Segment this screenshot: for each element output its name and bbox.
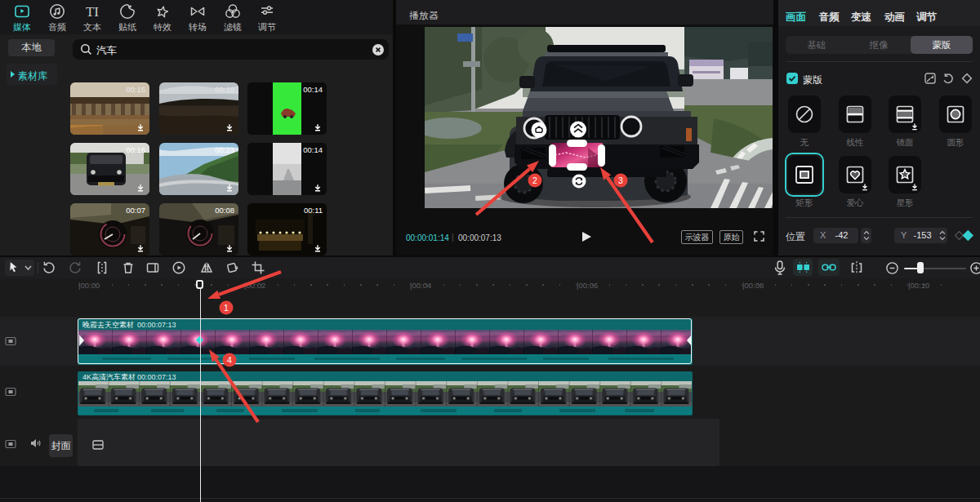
svg-text:00:00:07:13: 00:00:07:13 bbox=[137, 373, 176, 381]
svg-text:4K高清汽车素材: 4K高清汽车素材 bbox=[82, 373, 136, 381]
svg-text:TI: TI bbox=[86, 4, 99, 20]
